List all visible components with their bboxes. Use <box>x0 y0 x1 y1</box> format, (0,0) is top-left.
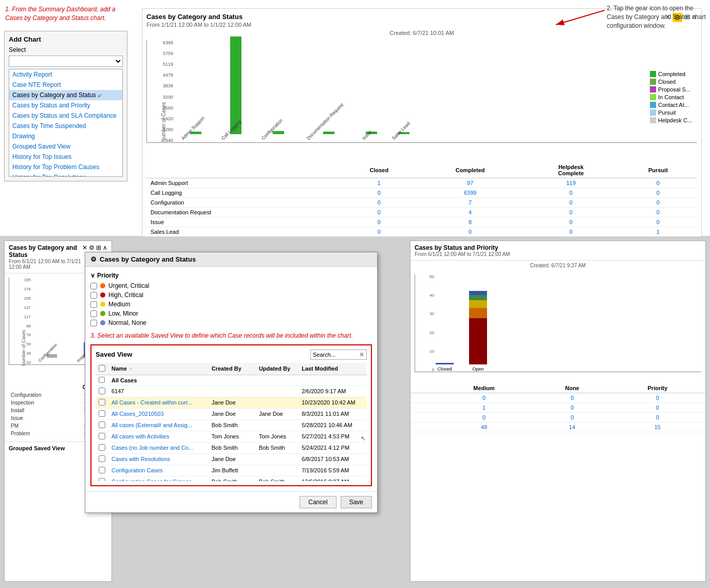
cell-link[interactable]: 14 <box>569 424 575 430</box>
cell-link[interactable]: 0 <box>569 219 572 225</box>
cell-link[interactable]: 1 <box>482 405 485 411</box>
search-clear-icon[interactable]: ✕ <box>359 351 364 358</box>
cell-link[interactable]: 0 <box>571 414 574 420</box>
chart-item-6[interactable]: Drawing <box>9 131 122 141</box>
row-cat: Issue <box>9 414 64 422</box>
table-row: All cases with Activities Tom Jones Tom … <box>96 431 367 442</box>
priority-checkbox-1[interactable] <box>90 292 97 299</box>
cell-link[interactable]: 0 <box>657 180 660 186</box>
cell-link[interactable]: 0 <box>378 209 381 215</box>
priority-checkbox-2[interactable] <box>90 301 97 308</box>
bottom-left-collapse-icon[interactable]: ∧ <box>103 244 107 251</box>
chart-item-10[interactable]: History for Top Resolutions <box>9 172 122 177</box>
chart-item-4[interactable]: Cases by Status and SLA Compliance <box>9 111 122 121</box>
cell-link[interactable]: 0 <box>569 199 572 206</box>
table-row: Cases with Resolutions Jane Doe 6/8/2017… <box>96 453 367 465</box>
cell-link[interactable]: 0 <box>569 209 572 215</box>
cell-link[interactable]: 49 <box>481 424 487 430</box>
select-wrapper <box>9 56 123 67</box>
row-checkbox[interactable] <box>99 455 105 462</box>
stacked-seg-2 <box>469 308 487 318</box>
cell-link[interactable]: 8 <box>469 219 472 225</box>
instruction-step1: 1. From the Summary Dashboard, add a Cas… <box>5 5 123 23</box>
cell-link[interactable]: 0 <box>378 229 381 235</box>
row-checkbox[interactable] <box>99 410 105 417</box>
chart-item-7[interactable]: Grouped Saved View <box>9 141 122 152</box>
select-all-checkbox[interactable] <box>99 365 105 372</box>
legend-label-3: In Contact <box>658 94 684 100</box>
row-name-link[interactable]: All cases with Activities <box>111 433 169 439</box>
legend-color-helpdesk <box>650 117 656 123</box>
row-name-link[interactable]: All Cases_20210503 <box>111 411 164 417</box>
row-checkbox[interactable] <box>99 377 105 383</box>
modal-footer: Cancel Save <box>85 491 377 512</box>
bar-label-closed: Closed <box>437 366 452 372</box>
select-label: Select <box>9 46 123 53</box>
chart-item-3[interactable]: Cases by Status and Priority <box>9 100 122 111</box>
cell-link[interactable]: 6399 <box>464 190 476 196</box>
chart-item-8[interactable]: History for Top Issues <box>9 152 122 162</box>
cell-link[interactable]: 0 <box>657 209 660 215</box>
save-button[interactable]: Save <box>341 496 372 508</box>
row-name-link[interactable]: Cases (no Job number and Co... <box>111 445 193 451</box>
row-checkbox[interactable] <box>99 399 105 406</box>
row-checkbox[interactable] <box>99 467 105 473</box>
cell-link[interactable]: 0 <box>656 414 659 420</box>
cell-link[interactable]: 0 <box>378 190 381 196</box>
cell-link[interactable]: 0 <box>569 190 572 196</box>
row-name-link[interactable]: Configuration Cases for Cimcon <box>111 479 192 481</box>
table-row: Documentation Request 0 4 0 0 <box>146 208 697 217</box>
chevron-down-icon[interactable]: ∨ <box>90 272 95 279</box>
row-checkbox[interactable] <box>99 444 105 451</box>
row-checkbox[interactable] <box>99 421 105 428</box>
cell-link[interactable]: 0 <box>569 229 572 235</box>
row-name-link[interactable]: Cases with Resolutions <box>111 456 170 462</box>
cell-link[interactable]: 15 <box>655 424 661 430</box>
chart-item-5[interactable]: Cases by Time Suspended <box>9 121 122 131</box>
bottom-left-gear-icon[interactable]: ⚙ <box>89 244 95 251</box>
row-checkbox[interactable] <box>99 388 105 394</box>
cell-link[interactable]: 4 <box>469 209 472 215</box>
cell-link[interactable]: 0 <box>656 395 659 401</box>
search-input[interactable] <box>313 352 359 358</box>
row-name-link[interactable]: All Cases - Created within curr... <box>111 399 192 406</box>
cell-link[interactable]: 0 <box>571 405 574 411</box>
cell-link[interactable]: 0 <box>469 229 472 235</box>
cell-link[interactable]: 0 <box>657 199 660 206</box>
bar-label-doc: Documentation Request <box>306 104 342 141</box>
row-checkbox[interactable] <box>99 478 105 481</box>
chart-item-9[interactable]: History for Top Problem Causes <box>9 162 122 172</box>
cancel-button[interactable]: Cancel <box>300 496 336 508</box>
priority-checkbox-3[interactable] <box>90 310 97 317</box>
cell-link[interactable]: 7 <box>469 199 472 206</box>
row-name: 6147 <box>108 385 209 397</box>
cell-link[interactable]: 0 <box>656 405 659 411</box>
cell-link[interactable]: 119 <box>566 180 575 186</box>
sort-name-icon[interactable]: ↑ <box>129 365 133 372</box>
chart-item-2[interactable]: Cases by Category and Status ↙ <box>9 90 122 100</box>
priority-checkbox-4[interactable] <box>90 320 97 326</box>
cell-link[interactable]: 0 <box>657 219 660 225</box>
cell-link[interactable]: 0 <box>482 395 485 401</box>
bottom-left-close-icon[interactable]: ✕ <box>82 244 87 251</box>
priority-label-2: Medium <box>108 301 130 308</box>
cell-link[interactable]: 0 <box>378 219 381 225</box>
cell-link[interactable]: 0 <box>571 395 574 401</box>
row-name-link[interactable]: Configuration Cases <box>111 467 163 473</box>
cell-link[interactable]: 0 <box>657 190 660 196</box>
cell-link[interactable]: 0 <box>378 199 381 206</box>
chart-select[interactable] <box>9 56 123 67</box>
priority-checkbox-0[interactable] <box>90 283 97 289</box>
row-name-link[interactable]: All cases (External# and Assig... <box>111 422 192 428</box>
chart-item-1[interactable]: Case NTE Report <box>9 80 122 90</box>
col-cat <box>410 383 433 393</box>
cell-link[interactable]: 1 <box>378 180 381 186</box>
row-category: Admin Support <box>146 178 341 188</box>
row-category: Documentation Request <box>146 208 341 217</box>
bottom-left-layout-icon[interactable]: ⊞ <box>96 244 101 251</box>
cell-link[interactable]: 97 <box>467 180 473 186</box>
cell-link[interactable]: 0 <box>482 414 485 420</box>
cell-link[interactable]: 1 <box>657 229 660 235</box>
chart-item-0[interactable]: Activity Report <box>9 69 122 80</box>
row-checkbox[interactable] <box>99 433 105 439</box>
